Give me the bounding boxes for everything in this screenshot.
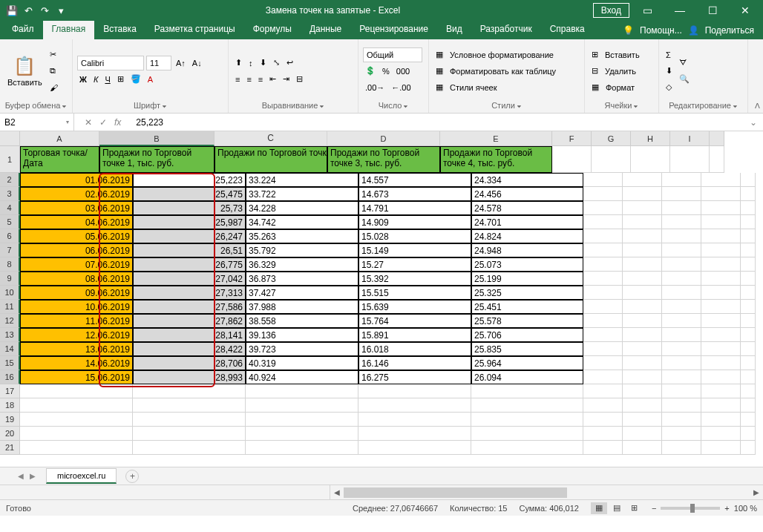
tab-developer[interactable]: Разработчик — [471, 21, 541, 39]
inc-decimal-icon[interactable]: .00→ — [363, 80, 387, 95]
cell[interactable]: 14.06.2019 — [20, 356, 133, 370]
cell[interactable]: 28,706 — [133, 356, 246, 370]
close-icon[interactable]: ✕ — [730, 0, 760, 21]
sheet-tab[interactable]: microexcel.ru — [46, 468, 117, 484]
cell[interactable]: 25,987 — [133, 215, 246, 229]
cancel-formula-icon[interactable]: ✕ — [85, 117, 92, 128]
row-header[interactable]: 17 — [0, 384, 20, 398]
format-table-icon[interactable]: ▦ — [433, 64, 445, 79]
cell[interactable]: 26,247 — [133, 229, 246, 243]
header-cell[interactable]: Продажи по Торговой точке 2, тыс. руб. — [215, 146, 327, 173]
cell[interactable]: 39.723 — [246, 342, 358, 356]
find-icon[interactable]: 🔍 — [677, 72, 692, 87]
row-header[interactable]: 7 — [0, 243, 20, 257]
row-header[interactable]: 9 — [0, 272, 20, 286]
fill-color-icon[interactable]: 🪣 — [128, 72, 143, 87]
spreadsheet-grid[interactable]: ABCDEFGHI Торговая точка/ Дата Продажи п… — [20, 131, 763, 467]
login-button[interactable]: Вход — [593, 3, 629, 18]
cell[interactable]: 26,775 — [133, 257, 246, 272]
cell[interactable]: 34.742 — [246, 215, 358, 229]
cell[interactable]: 37.988 — [246, 300, 358, 314]
tab-review[interactable]: Рецензирование — [350, 21, 437, 39]
header-cell[interactable]: Торговая точка/ Дата — [20, 146, 99, 173]
cell[interactable]: 39.136 — [246, 328, 358, 342]
cell[interactable]: 13.06.2019 — [20, 342, 133, 356]
formula-input[interactable]: 25,223 — [131, 117, 744, 128]
delete-cells-icon[interactable]: ⊟ — [589, 64, 600, 79]
cell[interactable]: 24.948 — [471, 243, 583, 257]
header-cell[interactable]: Продажи по Торговой точке 4, тыс. руб. — [440, 146, 552, 173]
cell[interactable]: 33.722 — [246, 187, 358, 201]
cell[interactable]: 34.228 — [246, 201, 358, 215]
row-header[interactable]: 20 — [0, 427, 20, 441]
share-icon[interactable]: 👤 — [688, 25, 699, 36]
tab-formulas[interactable]: Формулы — [244, 21, 301, 39]
delete-cells-button[interactable]: Удалить — [603, 64, 638, 79]
name-box[interactable]: B2 — [0, 114, 74, 131]
collapse-ribbon-icon[interactable]: ᐱ — [755, 102, 760, 110]
redo-icon[interactable]: ↷ — [37, 3, 52, 18]
bold-icon[interactable]: Ж — [77, 72, 89, 87]
cell[interactable]: 25.451 — [471, 300, 583, 314]
help-text[interactable]: Помощн... — [640, 25, 682, 36]
cell[interactable]: 14.557 — [358, 173, 471, 187]
zoom-slider[interactable] — [661, 507, 720, 510]
col-header[interactable]: B — [99, 131, 215, 146]
cell[interactable]: 15.392 — [358, 272, 471, 286]
tab-view[interactable]: Вид — [437, 21, 471, 39]
cell[interactable]: 01.06.2019 — [20, 173, 133, 187]
cell[interactable]: 08.06.2019 — [20, 272, 133, 286]
scroll-left-icon[interactable]: ◀ — [330, 488, 344, 496]
cell[interactable]: 03.06.2019 — [20, 201, 133, 215]
fx-icon[interactable]: fx — [114, 117, 121, 128]
sheet-prev-icon[interactable]: ◀ — [15, 472, 27, 480]
decrease-font-icon[interactable]: A↓ — [190, 56, 204, 70]
header-cell[interactable]: Продажи по Торговой точке 3, тыс. руб. — [327, 146, 440, 173]
font-name-input[interactable] — [77, 56, 144, 70]
cell[interactable]: 35.792 — [246, 243, 358, 257]
tell-me-icon[interactable]: 💡 — [623, 25, 634, 36]
enter-formula-icon[interactable]: ✓ — [99, 117, 107, 128]
cell[interactable]: 27,862 — [133, 314, 246, 328]
cell[interactable]: 25.578 — [471, 314, 583, 328]
tab-file[interactable]: Файл — [3, 21, 43, 39]
tab-data[interactable]: Данные — [301, 21, 350, 39]
ribbon-display-icon[interactable]: ▭ — [632, 0, 662, 21]
cell[interactable]: 25.325 — [471, 286, 583, 300]
cell[interactable]: 14.673 — [358, 187, 471, 201]
tab-pagelayout[interactable]: Разметка страницы — [145, 21, 244, 39]
increase-font-icon[interactable]: A↑ — [174, 56, 188, 70]
row-header[interactable]: 5 — [0, 215, 20, 229]
cell[interactable]: 35.263 — [246, 229, 358, 243]
cell[interactable]: 25.199 — [471, 272, 583, 286]
cell[interactable]: 11.06.2019 — [20, 314, 133, 328]
cell[interactable]: 02.06.2019 — [20, 187, 133, 201]
clear-icon[interactable]: ◇ — [664, 80, 674, 95]
cell[interactable]: 16.146 — [358, 356, 471, 370]
cell[interactable]: 06.06.2019 — [20, 243, 133, 257]
cell[interactable]: 25.964 — [471, 356, 583, 370]
row-header[interactable]: 2 — [0, 173, 20, 187]
cell[interactable]: 28,141 — [133, 328, 246, 342]
font-size-input[interactable] — [146, 56, 171, 70]
cell[interactable]: 04.06.2019 — [20, 215, 133, 229]
cell[interactable]: 28,422 — [133, 342, 246, 356]
undo-icon[interactable]: ↶ — [21, 3, 36, 18]
cell[interactable]: 25,475 — [133, 187, 246, 201]
wrap-text-icon[interactable]: ↩ — [284, 56, 295, 70]
minimize-icon[interactable]: ― — [665, 0, 695, 21]
col-header[interactable]: C — [215, 131, 327, 146]
col-header[interactable]: D — [327, 131, 440, 146]
format-table-button[interactable]: Форматировать как таблицу — [448, 64, 558, 79]
cell-styles-icon[interactable]: ▦ — [433, 80, 445, 95]
row-header[interactable]: 21 — [0, 441, 20, 455]
cond-format-button[interactable]: Условное форматирование — [448, 47, 556, 62]
cell[interactable]: 15.891 — [358, 328, 471, 342]
cell[interactable]: 27,586 — [133, 300, 246, 314]
number-format-input[interactable] — [363, 47, 422, 62]
align-middle-icon[interactable]: ↕ — [246, 56, 255, 70]
cell[interactable]: 36.873 — [246, 272, 358, 286]
cell[interactable]: 37.427 — [246, 286, 358, 300]
zoom-out-icon[interactable]: − — [652, 504, 656, 513]
header-cell[interactable]: Продажи по Торговой точке 1, тыс. руб. — [99, 146, 215, 173]
